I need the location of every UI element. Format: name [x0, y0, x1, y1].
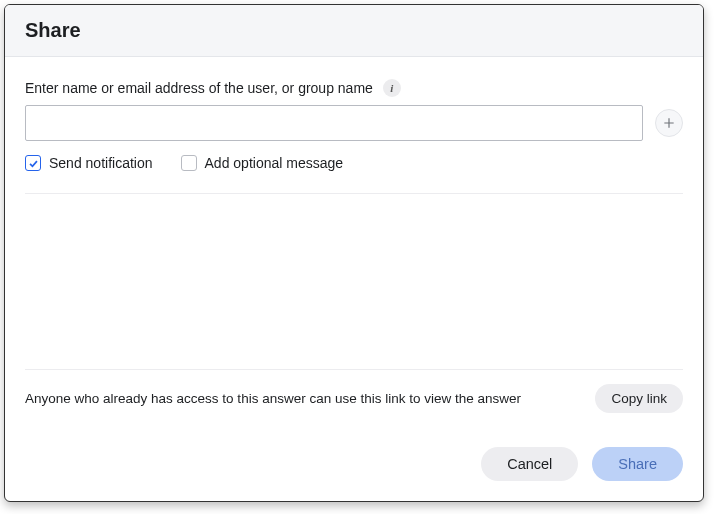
dialog-footer: Cancel Share	[5, 431, 703, 501]
dialog-title: Share	[25, 19, 683, 42]
share-link-text: Anyone who already has access to this an…	[25, 391, 581, 406]
recipient-input[interactable]	[25, 105, 643, 141]
recipient-input-label: Enter name or email address of the user,…	[25, 80, 373, 96]
send-notification-label: Send notification	[49, 155, 153, 171]
copy-link-button[interactable]: Copy link	[595, 384, 683, 413]
input-row	[25, 105, 683, 141]
cancel-button[interactable]: Cancel	[481, 447, 578, 481]
input-label-row: Enter name or email address of the user,…	[25, 79, 683, 97]
plus-icon	[662, 116, 676, 130]
add-message-label: Add optional message	[205, 155, 344, 171]
send-notification-option[interactable]: Send notification	[25, 155, 153, 171]
add-message-option[interactable]: Add optional message	[181, 155, 344, 171]
share-link-row: Anyone who already has access to this an…	[25, 369, 683, 431]
check-icon	[28, 158, 39, 169]
dialog-body: Enter name or email address of the user,…	[5, 57, 703, 431]
add-message-checkbox[interactable]	[181, 155, 197, 171]
options-row: Send notification Add optional message	[25, 155, 683, 171]
add-recipient-button[interactable]	[655, 109, 683, 137]
share-dialog: Share Enter name or email address of the…	[4, 4, 704, 502]
info-icon[interactable]: i	[383, 79, 401, 97]
shared-users-area	[25, 194, 683, 369]
dialog-header: Share	[5, 5, 703, 57]
share-button[interactable]: Share	[592, 447, 683, 481]
send-notification-checkbox[interactable]	[25, 155, 41, 171]
